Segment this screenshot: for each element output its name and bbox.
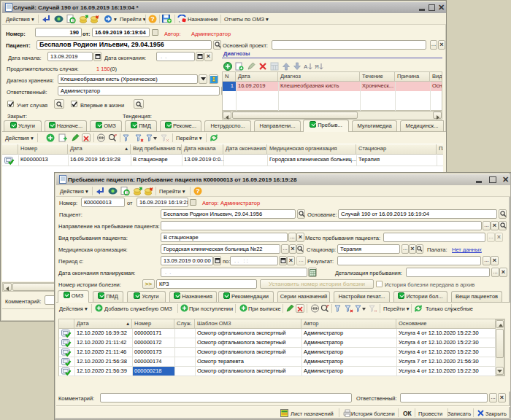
svg-text:?: ? — [150, 15, 155, 23]
svg-text:Я: Я — [315, 63, 319, 70]
svg-text:?: ? — [196, 187, 200, 195]
svg-text:А: А — [304, 63, 308, 70]
